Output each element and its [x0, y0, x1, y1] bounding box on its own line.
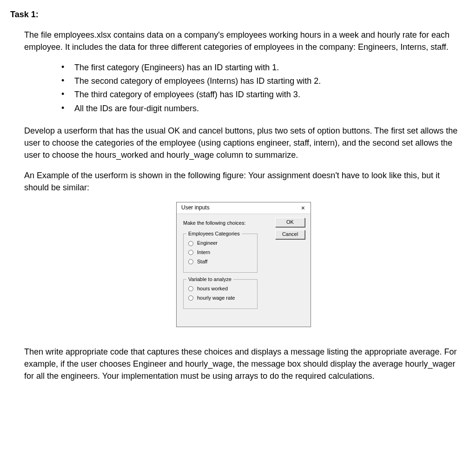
bullet-item: The second category of employees (Intern…	[61, 75, 463, 87]
cancel-button[interactable]: Cancel	[275, 230, 305, 239]
close-icon[interactable]: ×	[299, 204, 307, 212]
bullet-item: The third category of employees (staff) …	[61, 88, 463, 101]
radio-label: hourly wage rate	[197, 295, 235, 302]
group-legend: Variable to analyze	[186, 276, 233, 283]
group-legend: Employees Categories	[186, 230, 242, 238]
radio-label: Engineer	[197, 240, 218, 247]
task-heading: Task 1:	[10, 8, 463, 20]
paragraph-example: An Example of the userform is shown in t…	[24, 169, 463, 194]
radio-icon	[188, 295, 193, 301]
radio-label: Intern	[197, 249, 210, 256]
group-variable-analyze: Variable to analyze hours worked hourly …	[183, 279, 258, 309]
radio-label: Staff	[197, 258, 207, 266]
radio-engineer[interactable]: Engineer	[188, 240, 252, 247]
userform-window: User inputs × Make the following choices…	[176, 202, 311, 327]
radio-staff[interactable]: Staff	[188, 258, 252, 266]
paragraph-intro: The file employees.xlsx contains data on…	[24, 29, 463, 53]
radio-hours-worked[interactable]: hours worked	[188, 285, 252, 293]
userform-titlebar: User inputs ×	[177, 202, 311, 214]
radio-icon	[188, 259, 193, 264]
radio-icon	[188, 286, 193, 291]
bullet-item: The first category (Engineers) has an ID…	[61, 61, 463, 74]
radio-icon	[188, 241, 193, 246]
group-employees-categories: Employees Categories Engineer Intern Sta…	[183, 234, 258, 273]
bullet-list: The first category (Engineers) has an ID…	[24, 61, 463, 114]
bullet-item: All the IDs are four-digit numbers.	[61, 102, 463, 114]
radio-label: hours worked	[197, 285, 228, 293]
radio-hourly-wage-rate[interactable]: hourly wage rate	[188, 295, 252, 302]
paragraph-then-write: Then write appropriate code that capture…	[24, 346, 463, 382]
ok-button[interactable]: OK	[275, 218, 305, 227]
paragraph-develop: Develop a userform that has the usual OK…	[24, 125, 463, 161]
radio-icon	[188, 250, 193, 255]
radio-intern[interactable]: Intern	[188, 249, 252, 256]
userform-title: User inputs	[181, 204, 210, 212]
